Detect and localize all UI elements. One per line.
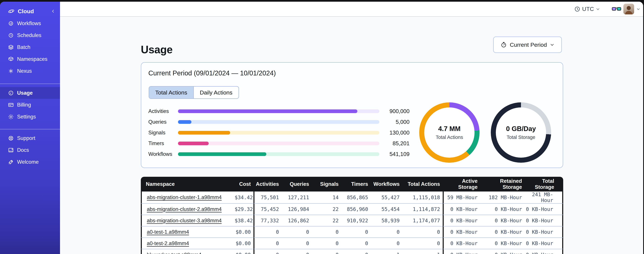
usage-bar-track xyxy=(178,142,379,145)
usage-bar-row: Signals 130,000 xyxy=(148,127,410,138)
usage-bar-label: Timers xyxy=(148,140,178,146)
namespace-link[interactable]: abs-migration-cluster-3.a98mm4 xyxy=(147,218,222,224)
queries-cell: 126,984 xyxy=(282,203,312,215)
namespace-cell: abs-migration-cluster-1.a98mm4 xyxy=(141,192,235,203)
namespace-link[interactable]: abs-migration-cluster-1.a98mm4 xyxy=(147,194,222,200)
sidebar-item-billing[interactable]: Billing xyxy=(0,99,60,111)
account-menu-chevron-icon[interactable] xyxy=(636,7,640,11)
avatar-silhouette-icon xyxy=(624,4,634,14)
table-row: a0-test-2.a98mm4 $0.00 0 0 0 0 0 0 0 KB-… xyxy=(141,238,563,249)
sidebar-item-label: Schedules xyxy=(17,32,42,38)
usage-bar-row: Timers 85,201 xyxy=(148,138,410,149)
period-selector-button[interactable]: Current Period xyxy=(493,36,562,53)
active-storage-cell: 0 KB-Hour xyxy=(443,226,480,238)
signals-cell: 0 xyxy=(312,249,341,254)
timezone-label: UTC xyxy=(582,6,594,12)
total-actions-cell: 1,115,018 xyxy=(402,192,443,203)
sidebar-item-settings[interactable]: Settings xyxy=(0,111,60,123)
sidebar-item-welcome[interactable]: Welcome xyxy=(0,156,60,168)
usage-bar-value: 900,000 xyxy=(379,108,410,114)
namespace-cell: a0-test-2.a98mm4 xyxy=(141,238,235,249)
col-total-storage: Total Storage xyxy=(525,177,563,192)
table-row: abs-migration-cluster-2.a98mm4 $29.32 75… xyxy=(141,203,563,215)
usage-bar-track xyxy=(178,131,379,134)
sidebar-item-label: Welcome xyxy=(17,159,39,165)
col-workflows: Workflows xyxy=(371,177,402,192)
usage-bar-fill xyxy=(178,131,230,134)
namespace-link[interactable]: abs-migration-cluster-2.a98mm4 xyxy=(147,206,222,212)
tab-total-actions[interactable]: Total Actions xyxy=(149,86,193,98)
user-avatar[interactable] xyxy=(624,4,634,14)
namespace-link[interactable]: a0-test-2.a98mm4 xyxy=(147,240,189,246)
workflows-icon xyxy=(8,20,14,26)
workflows-cell: 0 xyxy=(371,238,402,249)
period-selector-label: Current Period xyxy=(510,42,547,48)
total-actions-cell: 1,114,872 xyxy=(402,203,443,215)
total-storage-cell: 0 KB-Hour xyxy=(525,238,563,249)
retained-storage-cell: 0 KB-Hour xyxy=(480,215,525,226)
active-storage-cell: 0 KB-Hour xyxy=(443,215,480,226)
namespace-link[interactable]: bk-worker-test.a98mm4 xyxy=(147,252,202,254)
sidebar-item-support[interactable]: Support xyxy=(0,132,60,144)
timers-cell: 856,960 xyxy=(341,203,371,215)
usage-bar-row: Queries 5,000 xyxy=(148,116,410,127)
usage-bar-fill xyxy=(178,152,266,156)
col-namespace: Namespace xyxy=(141,177,235,192)
queries-cell: 126,862 xyxy=(282,215,312,226)
table-row: a0-test-1.a98mm4 $0.00 0 0 0 0 0 0 0 KB-… xyxy=(141,226,563,238)
sidebar: Cloud Workflows Schedules Batch Namespac… xyxy=(0,2,60,254)
sidebar-item-workflows[interactable]: Workflows xyxy=(0,18,60,29)
retained-storage-cell: 0 KB-Hour xyxy=(480,249,525,254)
sidebar-brand: Cloud xyxy=(0,2,60,18)
timers-cell: 0 xyxy=(341,226,371,238)
col-active-storage: Active Storage xyxy=(443,177,480,192)
sidebar-item-nexus[interactable]: Nexus xyxy=(0,65,60,77)
top-header: UTC xyxy=(60,2,643,17)
sidebar-item-namespaces[interactable]: Namespaces xyxy=(0,53,60,65)
usage-card-title: Current Period (09/01/2024 — 10/01/2024) xyxy=(148,69,276,77)
sidebar-item-schedules[interactable]: Schedules xyxy=(0,29,60,41)
total-actions-cell: 1,174,077 xyxy=(402,215,443,226)
namespace-link[interactable]: a0-test-1.a98mm4 xyxy=(147,229,189,235)
sidebar-item-label: Usage xyxy=(17,90,33,96)
cost-cell: $29.32 xyxy=(235,203,254,215)
screenshot-backdrop: Cloud Workflows Schedules Batch Namespac… xyxy=(0,0,644,254)
usage-bar-label: Queries xyxy=(148,119,178,125)
sidebar-divider xyxy=(0,84,60,84)
cost-cell: $34.42 xyxy=(235,192,254,203)
activities-cell: 0 xyxy=(254,226,282,238)
usage-bar-fill xyxy=(178,110,357,113)
usage-bar-fill xyxy=(178,142,209,145)
col-signals: Signals xyxy=(312,177,341,192)
glasses-button[interactable] xyxy=(612,6,621,12)
table-body: abs-migration-cluster-1.a98mm4 $34.42 75… xyxy=(141,192,563,254)
sidebar-item-label: Batch xyxy=(17,44,30,50)
docs-book-icon xyxy=(8,147,14,153)
total-storage-cell: 0 KB-Hour xyxy=(525,249,563,254)
collapse-sidebar-button[interactable] xyxy=(50,9,56,14)
sidebar-item-docs[interactable]: Docs xyxy=(0,144,60,156)
sidebar-item-batch[interactable]: Batch xyxy=(0,41,60,53)
workflows-cell: 55,454 xyxy=(371,203,402,215)
nexus-asterisk-icon xyxy=(8,68,14,74)
sidebar-item-label: Namespaces xyxy=(17,56,48,62)
timezone-selector[interactable]: UTC xyxy=(574,6,600,12)
usage-bar-track xyxy=(178,152,379,156)
table-row: abs-migration-cluster-1.a98mm4 $34.42 75… xyxy=(141,192,563,203)
sidebar-item-usage[interactable]: Usage xyxy=(0,87,60,99)
usage-gauge-icon xyxy=(8,90,14,96)
total-storage-donut: 0 GB/Day Total Storage xyxy=(491,102,551,163)
retained-storage-cell: 0 KB-Hour xyxy=(480,226,525,238)
total-storage-cell: 241 MB-Hour xyxy=(525,192,563,203)
timers-cell: 0 xyxy=(341,238,371,249)
usage-bar-track xyxy=(178,120,379,124)
tab-daily-actions[interactable]: Daily Actions xyxy=(193,86,238,98)
usage-bar-value: 85,201 xyxy=(379,140,410,146)
activities-cell: 0 xyxy=(254,238,282,249)
col-total-actions: Total Actions xyxy=(402,177,443,192)
usage-summary-card: Current Period (09/01/2024 — 10/01/2024)… xyxy=(141,62,563,168)
brand-label: Cloud xyxy=(18,8,48,14)
billing-card-icon xyxy=(8,102,14,108)
usage-bar-label: Signals xyxy=(148,130,178,136)
timers-cell: 0 xyxy=(341,249,371,254)
